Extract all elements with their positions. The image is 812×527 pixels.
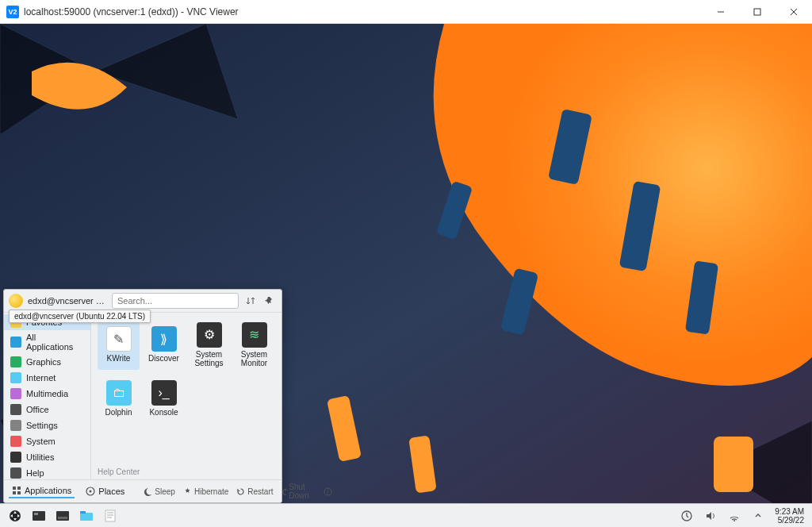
app-label: Konsole [149, 408, 178, 417]
app-grid: ✎KWrite⟫Discover⚙System Settings≋System … [91, 313, 282, 479]
app-icon: ✎ [106, 326, 132, 352]
panel-clock-date: 5/29/22 [775, 516, 804, 525]
tab-applications-label: Applications [25, 486, 71, 495]
close-button[interactable] [776, 0, 812, 24]
maximize-button[interactable] [739, 0, 776, 24]
svg-point-35 [733, 520, 735, 521]
help-center-label: Help Center [98, 467, 140, 476]
category-label: Graphics [26, 357, 61, 367]
category-all-applications[interactable]: All Applications [4, 330, 90, 354]
svg-point-18 [90, 490, 92, 493]
vnc-viewport: edxd@vncserver (Ubuntu 22.0... edxd@vncs… [0, 24, 812, 527]
host-titlebar: V2 localhost:59000 (vncserver:1 (edxd)) … [0, 0, 812, 24]
task-kwrite-icon[interactable] [101, 506, 120, 525]
panel-clock-time: 9:23 AM [775, 507, 804, 516]
svg-rect-30 [105, 510, 115, 521]
category-icon [10, 467, 21, 479]
svg-text:i: i [327, 489, 329, 494]
app-label: Dolphin [105, 408, 132, 417]
category-settings[interactable]: Settings [4, 417, 90, 433]
category-office[interactable]: Office [4, 402, 90, 417]
category-help[interactable]: Help [4, 465, 90, 479]
category-icon [10, 436, 21, 447]
sleep-label: Sleep [155, 487, 175, 496]
category-label: Internet [26, 373, 56, 383]
sort-icon[interactable] [243, 294, 258, 308]
category-icon [10, 388, 21, 399]
info-icon[interactable]: i [324, 487, 332, 496]
search-input[interactable] [112, 293, 239, 309]
category-label: Utilities [26, 452, 54, 462]
hibernate-button[interactable]: Hibernate [183, 487, 228, 496]
window-title: localhost:59000 (vncserver:1 (edxd)) - V… [24, 6, 703, 17]
hibernate-label: Hibernate [194, 487, 228, 496]
svg-rect-26 [56, 511, 69, 521]
svg-rect-14 [17, 487, 21, 490]
svg-rect-25 [34, 513, 38, 515]
category-system[interactable]: System [4, 433, 90, 449]
app-label: System Settings [190, 350, 228, 367]
category-icon [10, 452, 21, 463]
app-kwrite[interactable]: ✎KWrite [98, 319, 140, 370]
restart-button[interactable]: Restart [236, 487, 273, 496]
app-icon: ⟫ [151, 326, 177, 352]
app-konsole[interactable]: ›_Konsole [143, 373, 185, 424]
user-avatar-icon[interactable] [9, 294, 23, 308]
svg-rect-12 [714, 437, 753, 492]
task-dolphin-icon[interactable] [77, 506, 96, 525]
app-system-settings[interactable]: ⚙System Settings [188, 319, 230, 370]
minimize-button[interactable] [703, 0, 739, 24]
category-list: FavoritesAll ApplicationsGraphicsInterne… [4, 313, 91, 479]
category-icon [10, 337, 21, 348]
tray-updates-icon[interactable] [677, 506, 696, 525]
category-graphics[interactable]: Graphics [4, 354, 90, 370]
sleep-button[interactable]: Sleep [144, 487, 175, 496]
svg-rect-1 [754, 9, 760, 15]
user-label: edxd@vncserver (Ubuntu 22.0... [28, 296, 107, 306]
tray-network-icon[interactable] [725, 506, 744, 525]
task-manager-icon[interactable] [53, 506, 72, 525]
category-icon [10, 420, 21, 431]
category-internet[interactable]: Internet [4, 370, 90, 386]
svg-rect-29 [80, 511, 86, 514]
app-icon: ⚙ [197, 322, 222, 348]
restart-label: Restart [247, 487, 273, 496]
tab-applications[interactable]: Applications [9, 484, 75, 498]
category-icon [10, 372, 21, 383]
category-utilities[interactable]: Utilities [4, 449, 90, 465]
app-icon: 🗀 [106, 380, 132, 406]
app-icon: ›_ [151, 380, 177, 406]
app-system-monitor[interactable]: ≋System Monitor [233, 319, 275, 370]
category-label: Help [26, 468, 44, 478]
app-label: System Monitor [235, 350, 274, 367]
tab-places[interactable]: Places [82, 485, 128, 498]
kde-panel: 9:23 AM 5/29/22 [0, 503, 812, 527]
category-label: System [26, 437, 56, 446]
svg-rect-16 [17, 491, 21, 494]
category-label: Multimedia [26, 389, 68, 398]
application-menu: edxd@vncserver (Ubuntu 22.0... edxd@vncs… [3, 289, 282, 503]
menu-body: FavoritesAll ApplicationsGraphicsInterne… [4, 313, 282, 479]
app-icon: ≋ [242, 322, 267, 348]
panel-clock[interactable]: 9:23 AM 5/29/22 [770, 507, 809, 525]
tab-places-label: Places [98, 487, 124, 496]
category-multimedia[interactable]: Multimedia [4, 386, 90, 402]
svg-rect-24 [33, 511, 45, 521]
user-tooltip: edxd@vncserver (Ubuntu 22.04 LTS) [9, 310, 151, 323]
category-label: All Applications [26, 333, 84, 352]
tray-volume-icon[interactable] [701, 506, 720, 525]
app-discover[interactable]: ⟫Discover [143, 319, 185, 370]
menu-footer: Applications Places Sleep Hibernate Rest… [4, 479, 282, 502]
category-label: Settings [26, 421, 58, 430]
task-pager-icon[interactable] [29, 506, 48, 525]
app-label: Discover [148, 354, 179, 363]
shutdown-button[interactable]: Shut Down [282, 483, 313, 500]
tray-chevron-icon[interactable] [749, 506, 768, 525]
category-label: Office [26, 405, 49, 414]
app-launcher-icon[interactable] [6, 506, 25, 525]
app-label: KWrite [107, 354, 131, 363]
shutdown-label: Shut Down [289, 483, 312, 500]
category-icon [10, 356, 21, 367]
pin-icon[interactable] [262, 294, 277, 308]
app-dolphin[interactable]: 🗀Dolphin [98, 373, 140, 424]
